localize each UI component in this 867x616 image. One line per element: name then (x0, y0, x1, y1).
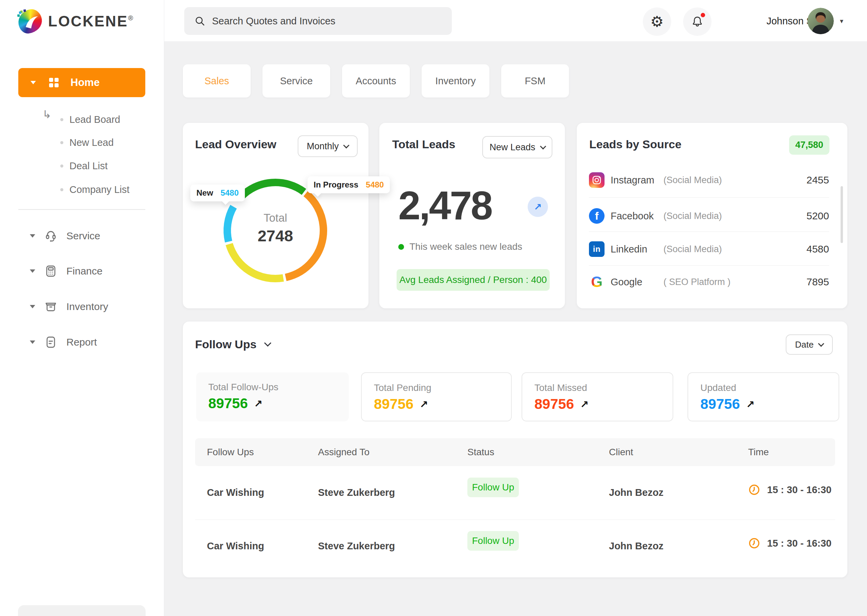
sidebar: LOCKENE® Home ↳ Lead Board New Lead Deal… (0, 0, 164, 616)
column-header: Assigned To (318, 447, 370, 457)
scrollbar-thumb[interactable] (840, 186, 843, 243)
search-bar[interactable] (184, 7, 452, 35)
table-row[interactable]: Car Wishing Steve Zukerberg Follow Up Jo… (183, 466, 847, 520)
sidebar-divider (18, 209, 145, 210)
sidebar-item-new-lead[interactable]: New Lead (0, 133, 164, 152)
source-row-instagram[interactable]: Instagram (Social Media) 2455 (577, 168, 847, 192)
sidebar-item-label: Lead Board (69, 114, 120, 125)
sidebar-item-deal-list[interactable]: Deal List (0, 156, 164, 175)
linkedin-icon: in (589, 241, 604, 257)
facebook-icon: f (589, 208, 604, 224)
cell-time: 15 : 30 - 16:30 (748, 484, 831, 496)
sidebar-item-home[interactable]: Home (18, 68, 145, 97)
stat-total-missed[interactable]: Total Missed 89756 ↗ (522, 372, 673, 421)
tab-service[interactable]: Service (263, 64, 330, 97)
cell-assigned-to: Steve Zukerberg (318, 541, 395, 552)
settings-button[interactable]: ⚙ (643, 8, 671, 36)
sidebar-item-lead-board[interactable]: ↳ Lead Board (0, 110, 164, 129)
tab-inventory[interactable]: Inventory (422, 64, 489, 97)
bullet-icon (60, 118, 63, 121)
cell-time: 15 : 30 - 16:30 (748, 537, 831, 549)
sidebar-item-service[interactable]: Service (0, 225, 164, 247)
card-title: Total Leads (392, 138, 455, 151)
box-icon (43, 299, 58, 314)
stat-updated[interactable]: Updated 89756 ↗ (688, 372, 839, 421)
green-dot-icon (398, 244, 404, 250)
stat-label: Total Missed (534, 382, 587, 393)
source-category: (Social Media) (664, 211, 722, 222)
chevron-down-icon[interactable] (264, 339, 271, 347)
topbar: ⚙ Johnson Steve ▾ (164, 0, 867, 41)
tab-sales[interactable]: Sales (183, 64, 251, 97)
sidebar-item-inventory[interactable]: Inventory (0, 296, 164, 317)
stat-total-pending[interactable]: Total Pending 89756 ↗ (361, 372, 512, 421)
tab-fsm[interactable]: FSM (501, 64, 569, 97)
table-row[interactable]: Car Wishing Steve Zukerberg Follow Up Jo… (183, 520, 847, 573)
donut-center: Total 2748 (228, 212, 323, 245)
leads-note: This week sales new leads (398, 241, 522, 252)
leads-by-source-card: Leads by Source 47,580 Instagram (Social… (577, 123, 847, 308)
source-row-facebook[interactable]: f Facebook (Social Media) 5200 (577, 204, 847, 228)
section-title: Follow Ups (195, 338, 256, 351)
tooltip-value: 5480 (220, 188, 238, 198)
sidebar-item-label: Finance (66, 266, 102, 277)
sidebar-item-finance[interactable]: Finance (0, 260, 164, 282)
bullet-icon (60, 188, 63, 191)
cell-client: John Bezoz (609, 487, 664, 498)
arrow-up-right-icon: ↗ (580, 398, 588, 410)
cell-client: John Bezoz (609, 541, 664, 552)
sidebar-item-label: Inventory (66, 301, 108, 313)
cell-follow-up: Car Wishing (207, 487, 264, 498)
arrow-up-right-icon: ↗ (746, 398, 755, 410)
brand-logo: LOCKENE® (17, 8, 133, 35)
calculator-icon (43, 264, 58, 278)
source-name: Facebook (611, 211, 654, 222)
lead-overview-card: Lead Overview Monthly Total 2748 New 548… (183, 123, 368, 308)
row-divider (589, 197, 829, 198)
notifications-button[interactable] (683, 8, 711, 36)
status-badge[interactable]: Follow Up (467, 478, 519, 497)
date-dropdown[interactable]: Date (786, 335, 833, 355)
source-row-google[interactable]: G Google ( SEO Platform ) 7895 (577, 270, 847, 294)
trend-arrow-button[interactable]: ↗ (528, 196, 548, 217)
stat-label: Total Follow-Ups (208, 382, 279, 393)
sidebar-item-report[interactable]: Report (0, 332, 164, 353)
caret-down-icon (30, 341, 35, 344)
brand-name: LOCKENE (48, 13, 128, 30)
caret-down-icon (30, 81, 36, 84)
home-grid-icon (46, 75, 61, 90)
follow-ups-header: Follow Ups (195, 338, 270, 351)
sidebar-item-label: New Lead (69, 137, 114, 148)
clock-icon (748, 537, 760, 549)
status-badge[interactable]: Follow Up (467, 531, 519, 551)
stat-total-follow-ups[interactable]: Total Follow-Ups 89756 ↗ (196, 372, 349, 421)
notification-dot (700, 12, 706, 18)
cell-follow-up: Car Wishing (207, 541, 264, 552)
source-name: Google (611, 277, 642, 288)
column-header: Follow Ups (207, 447, 254, 457)
source-row-linkedin[interactable]: in Linkedin (Social Media) 4580 (577, 237, 847, 261)
source-name: Instagram (611, 174, 654, 186)
chevron-down-icon (818, 341, 825, 347)
source-category: ( SEO Platform ) (664, 277, 730, 288)
leads-filter-dropdown[interactable]: New Leads (482, 136, 552, 159)
caret-down-icon (30, 305, 35, 308)
arrow-up-right-icon: ↗ (534, 201, 541, 212)
leads-note-text: This week sales new leads (409, 241, 522, 252)
tooltip-label: New (197, 188, 213, 198)
sidebar-item-label: Deal List (69, 160, 108, 171)
tab-accounts[interactable]: Accounts (342, 64, 410, 97)
donut-center-value: 2748 (228, 226, 323, 245)
sidebar-item-label: Service (66, 230, 100, 242)
source-value: 7895 (806, 276, 829, 288)
avatar[interactable] (807, 8, 834, 34)
total-leads-value: 2,478 (398, 182, 491, 228)
sidebar-item-company-list[interactable]: Company List (0, 180, 164, 199)
sidebar-bottom-panel (18, 605, 146, 616)
arrow-up-right-icon: ↗ (254, 398, 263, 410)
donut-center-label: Total (228, 212, 323, 225)
instagram-icon (589, 172, 604, 188)
return-arrow-icon: ↳ (42, 108, 52, 121)
search-input[interactable] (212, 16, 429, 27)
user-menu-caret-icon[interactable]: ▾ (840, 17, 843, 25)
